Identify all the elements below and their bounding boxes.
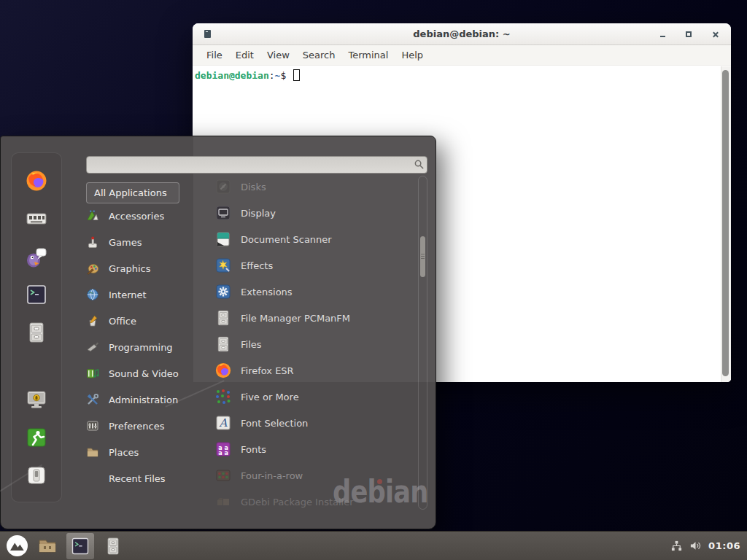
category-label: Graphics bbox=[109, 263, 150, 274]
favorite-file-cabinet-button[interactable] bbox=[25, 321, 48, 344]
taskbar-files-button[interactable] bbox=[103, 536, 123, 556]
close-button[interactable] bbox=[711, 30, 719, 39]
sound-video-icon bbox=[86, 367, 99, 380]
file-cabinet-icon bbox=[25, 321, 48, 344]
category-office[interactable]: Office bbox=[86, 308, 204, 334]
application-list: DisksDisplayDocument ScannerEffectsExten… bbox=[207, 174, 416, 515]
taskbar-menu-button[interactable] bbox=[6, 534, 28, 557]
app-document-scanner[interactable]: Document Scanner bbox=[207, 226, 416, 252]
category-label: Places bbox=[109, 447, 139, 458]
app-label: Five or More bbox=[241, 392, 299, 402]
app-extensions[interactable]: Extensions bbox=[207, 279, 416, 305]
menu-scrollbar-thumb[interactable] bbox=[420, 236, 425, 277]
app-label: Disks bbox=[241, 182, 266, 192]
logout-button[interactable] bbox=[25, 426, 48, 449]
category-label: Accessories bbox=[109, 211, 164, 222]
network-tray-icon[interactable] bbox=[670, 540, 683, 552]
file-cabinet-icon bbox=[214, 335, 232, 353]
prompt-colon: : bbox=[269, 70, 275, 81]
terminal-menu-search[interactable]: Search bbox=[296, 50, 342, 61]
category-graphics[interactable]: Graphics bbox=[86, 255, 204, 281]
terminal-prompt: debian@debian:~$ bbox=[195, 69, 300, 81]
taskbar-folder-button[interactable] bbox=[37, 536, 58, 556]
logout-icon bbox=[25, 426, 48, 449]
category-places[interactable]: Places bbox=[86, 439, 204, 465]
minimize-button[interactable] bbox=[658, 30, 667, 39]
games-icon bbox=[86, 236, 99, 249]
favorites-sidebar bbox=[11, 152, 62, 502]
terminal-menu-help[interactable]: Help bbox=[395, 50, 430, 61]
taskbar-terminal-button[interactable] bbox=[66, 533, 94, 559]
prompt-dollar: $ bbox=[280, 70, 286, 81]
graphics-icon bbox=[86, 262, 99, 275]
document-scanner-icon bbox=[214, 230, 232, 248]
app-disks[interactable]: Disks bbox=[207, 174, 416, 200]
programming-icon bbox=[86, 341, 99, 354]
favorite-firefox-button[interactable] bbox=[25, 169, 48, 192]
app-five-or-more[interactable]: Five or More bbox=[207, 384, 416, 410]
terminal-menu-view[interactable]: View bbox=[260, 50, 296, 61]
close-icon bbox=[712, 31, 719, 38]
menu-scrollbar-track[interactable] bbox=[418, 176, 427, 510]
favorite-pidgin-button[interactable] bbox=[25, 245, 48, 268]
category-programming[interactable]: Programming bbox=[86, 334, 204, 360]
minimize-icon bbox=[660, 36, 665, 37]
category-label: Recent Files bbox=[109, 473, 166, 484]
app-display[interactable]: Display bbox=[207, 200, 416, 226]
terminal-menu-terminal[interactable]: Terminal bbox=[341, 50, 395, 61]
maximize-button[interactable] bbox=[684, 30, 693, 39]
app-firefox-esr[interactable]: Firefox ESR bbox=[207, 357, 416, 384]
extensions-icon bbox=[214, 283, 232, 300]
prompt-user: debian@debian bbox=[195, 70, 269, 81]
shutdown-icon bbox=[25, 464, 48, 487]
app-gdebi-package-installer[interactable]: GDebi Package Installer bbox=[207, 489, 416, 515]
terminal-scrollbar-thumb[interactable] bbox=[722, 70, 729, 376]
category-accessories[interactable]: Accessories bbox=[86, 203, 204, 229]
display-icon bbox=[214, 204, 232, 222]
category-recent-files[interactable]: Recent Files bbox=[86, 465, 204, 491]
favorite-keyboard-button[interactable] bbox=[25, 207, 48, 230]
firefox-icon bbox=[25, 169, 48, 192]
category-label: Internet bbox=[109, 289, 147, 300]
app-effects[interactable]: Effects bbox=[207, 252, 416, 279]
accessories-icon bbox=[86, 209, 99, 222]
app-label: Files bbox=[241, 339, 262, 350]
category-administration[interactable]: Administration bbox=[86, 386, 204, 413]
gdebi-icon bbox=[214, 493, 232, 510]
app-four-in-a-row[interactable]: Four-in-a-row bbox=[207, 462, 416, 489]
terminal-menu-file[interactable]: File bbox=[200, 50, 229, 61]
lock-screen-button[interactable] bbox=[25, 388, 48, 411]
office-icon bbox=[86, 314, 99, 327]
shutdown-button[interactable] bbox=[25, 464, 48, 487]
terminal-scrollbar-track[interactable] bbox=[721, 66, 731, 382]
all-applications-button[interactable]: All Applications bbox=[86, 182, 179, 203]
app-fonts[interactable]: a aa aFonts bbox=[207, 436, 416, 462]
terminal-menubar: FileEditViewSearchTerminalHelp bbox=[193, 45, 731, 66]
clock[interactable]: 01:06 bbox=[708, 540, 740, 551]
svg-text:A: A bbox=[219, 416, 228, 429]
category-games[interactable]: Games bbox=[86, 229, 204, 255]
app-label: Font Selection bbox=[241, 418, 308, 429]
app-files[interactable]: Files bbox=[207, 331, 416, 357]
terminal-menu-edit[interactable]: Edit bbox=[229, 50, 260, 61]
category-internet[interactable]: Internet bbox=[86, 281, 204, 308]
four-in-a-row-icon bbox=[214, 467, 232, 484]
firefox-icon bbox=[214, 362, 232, 379]
terminal-icon bbox=[25, 283, 48, 306]
terminal-titlebar[interactable]: debian@debian: ~ bbox=[193, 23, 731, 45]
app-label: Four-in-a-row bbox=[241, 470, 303, 481]
terminal-cursor bbox=[293, 69, 300, 81]
volume-tray-icon[interactable] bbox=[689, 540, 702, 552]
taskbar: 01:06 bbox=[0, 531, 747, 560]
app-label: GDebi Package Installer bbox=[241, 497, 354, 508]
search-input[interactable] bbox=[86, 156, 427, 174]
terminal-title: debian@debian: ~ bbox=[193, 28, 731, 39]
app-font-selection[interactable]: AFont Selection bbox=[207, 410, 416, 436]
app-file-manager-pcmanfm[interactable]: File Manager PCManFM bbox=[207, 305, 416, 331]
none-icon bbox=[86, 472, 99, 485]
folder-icon bbox=[37, 536, 58, 556]
category-preferences[interactable]: Preferences bbox=[86, 413, 204, 439]
five-or-more-icon bbox=[214, 388, 232, 405]
favorite-terminal-button[interactable] bbox=[25, 283, 48, 306]
category-sound-video[interactable]: Sound & Video bbox=[86, 360, 204, 386]
